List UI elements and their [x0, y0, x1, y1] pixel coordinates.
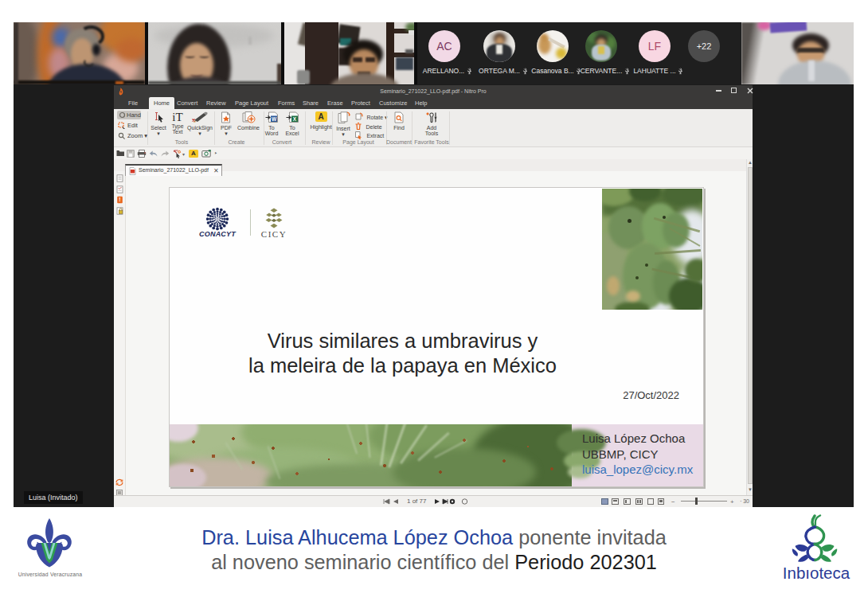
svg-text:X: X [292, 116, 296, 122]
svg-text:!: ! [119, 197, 120, 202]
svg-text:W: W [271, 116, 276, 122]
